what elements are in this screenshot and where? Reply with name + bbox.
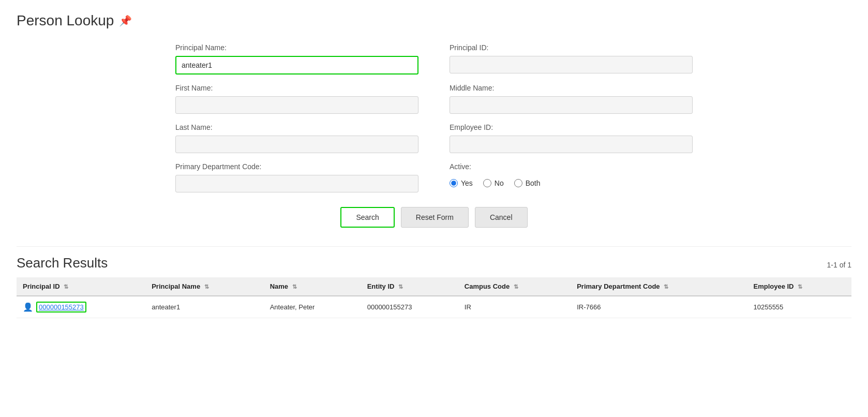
primary-dept-input[interactable] [175,175,418,192]
active-field: Active: Yes No Both [450,162,693,192]
active-both-option[interactable]: Both [514,179,541,187]
employee-id-label: Employee ID: [450,123,693,131]
active-both-label: Both [526,179,541,187]
search-form: Principal Name: Principal ID: First Name… [175,43,693,228]
form-row-1: Principal Name: Principal ID: [175,43,693,75]
table-header: Principal ID ⇅ Principal Name ⇅ Name ⇅ E… [17,277,851,296]
col-name: Name ⇅ [264,277,361,296]
active-no-radio[interactable] [483,179,491,187]
middle-name-field: Middle Name: [450,84,693,114]
results-table: Principal ID ⇅ Principal Name ⇅ Name ⇅ E… [17,277,851,318]
active-no-label: No [495,179,504,187]
pin-icon: 📌 [119,14,132,27]
sort-icon-entity-id[interactable]: ⇅ [398,284,403,290]
primary-dept-field: Primary Department Code: [175,162,418,192]
cancel-button[interactable]: Cancel [475,207,528,228]
principal-name-field: Principal Name: [175,43,418,75]
sort-icon-campus-code[interactable]: ⇅ [514,284,518,290]
first-name-label: First Name: [175,84,418,92]
first-name-input[interactable] [175,96,418,114]
active-yes-label: Yes [461,179,473,187]
last-name-input[interactable] [175,136,418,153]
search-button[interactable]: Search [340,207,394,228]
sort-icon-name[interactable]: ⇅ [292,284,297,290]
cell-employee-id: 10255555 [747,296,851,318]
results-title: Search Results [17,255,108,271]
principal-id-link-cell: 👤 000000155273 [23,302,139,312]
middle-name-label: Middle Name: [450,84,693,92]
cell-campus-code: IR [458,296,571,318]
col-principal-name: Principal Name ⇅ [145,277,263,296]
page-header: Person Lookup 📌 [17,12,851,29]
active-radio-group: Yes No Both [450,175,693,187]
form-row-3: Last Name: Employee ID: [175,123,693,153]
results-header: Search Results 1-1 of 1 [17,255,851,271]
cell-name: Anteater, Peter [264,296,361,318]
reset-button[interactable]: Reset Form [401,207,469,228]
cell-principal-name: anteater1 [145,296,263,318]
cell-principal-id: 👤 000000155273 [17,296,145,318]
cell-primary-dept-code: IR-7666 [571,296,747,318]
principal-id-field: Principal ID: [450,43,693,75]
principal-id-input[interactable] [450,56,693,73]
sort-icon-primary-dept[interactable]: ⇅ [664,284,668,290]
active-yes-option[interactable]: Yes [450,179,473,187]
active-yes-radio[interactable] [450,179,458,187]
form-row-2: First Name: Middle Name: [175,84,693,114]
results-section: Search Results 1-1 of 1 Principal ID ⇅ P… [17,246,851,318]
principal-name-label: Principal Name: [175,43,418,52]
cell-entity-id: 000000155273 [361,296,458,318]
table-body: 👤 000000155273 anteater1 Anteater, Peter… [17,296,851,318]
first-name-field: First Name: [175,84,418,114]
active-label: Active: [450,162,693,171]
col-principal-id: Principal ID ⇅ [17,277,145,296]
form-row-4: Primary Department Code: Active: Yes No [175,162,693,192]
button-row: Search Reset Form Cancel [175,207,693,228]
table-header-row: Principal ID ⇅ Principal Name ⇅ Name ⇅ E… [17,277,851,296]
employee-id-field: Employee ID: [450,123,693,153]
col-campus-code: Campus Code ⇅ [458,277,571,296]
col-entity-id: Entity ID ⇅ [361,277,458,296]
col-primary-dept-code: Primary Department Code ⇅ [571,277,747,296]
principal-id-link[interactable]: 000000155273 [36,302,86,312]
principal-name-input[interactable] [175,56,418,75]
principal-id-label: Principal ID: [450,43,693,52]
page-title: Person Lookup [17,12,114,29]
active-no-option[interactable]: No [483,179,504,187]
primary-dept-label: Primary Department Code: [175,162,418,171]
sort-icon-principal-name[interactable]: ⇅ [204,284,209,290]
employee-id-input[interactable] [450,136,693,153]
middle-name-input[interactable] [450,96,693,114]
person-icon: 👤 [23,302,33,312]
table-row: 👤 000000155273 anteater1 Anteater, Peter… [17,296,851,318]
results-count: 1-1 of 1 [827,261,851,269]
last-name-label: Last Name: [175,123,418,131]
last-name-field: Last Name: [175,123,418,153]
sort-icon-employee-id[interactable]: ⇅ [798,284,802,290]
active-both-radio[interactable] [514,179,522,187]
sort-icon-principal-id[interactable]: ⇅ [64,284,68,290]
col-employee-id: Employee ID ⇅ [747,277,851,296]
